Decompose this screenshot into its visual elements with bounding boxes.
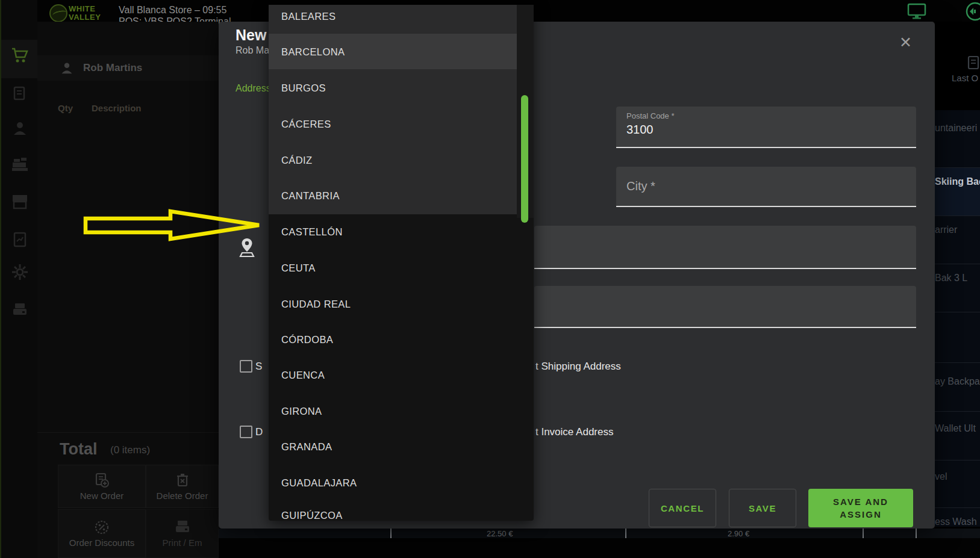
delete-order-label: Delete Order	[157, 491, 208, 501]
postal-code-label: Postal Code *	[626, 111, 675, 120]
order-discounts-button[interactable]: Order Discounts	[58, 509, 146, 558]
logo-text-line1: WHITE	[69, 5, 95, 13]
product-list-panel: Last O untaineeri Skiing Bac arrier Bak …	[935, 22, 980, 529]
product-row[interactable]: Bak 3 L	[935, 264, 980, 312]
product-row[interactable]: untaineeri	[935, 110, 980, 167]
menu-item-barcelona[interactable]: BARCELONA	[281, 45, 345, 59]
menu-item-cordoba[interactable]: CÓRDOBA	[281, 332, 333, 347]
address-field[interactable]	[534, 226, 916, 269]
menu-item-cadiz[interactable]: CÁDIZ	[281, 153, 313, 167]
menu-item-baleares[interactable]: BALEARES	[281, 9, 336, 23]
description-header: Description	[92, 103, 142, 113]
display-icon[interactable]	[907, 3, 926, 20]
address-section-label: Address	[236, 83, 271, 94]
city-label: City *	[626, 179, 655, 193]
customers-icon[interactable]	[1, 115, 39, 141]
menu-item-guadalajara[interactable]: GUADALAJARA	[281, 476, 357, 490]
product-row[interactable]: vel	[935, 460, 980, 507]
invoice-label-left-fragment: D	[255, 426, 269, 438]
cash-register-icon[interactable]	[1, 151, 39, 178]
settings-gear-icon[interactable]	[1, 259, 39, 285]
city-field[interactable]: City *	[616, 167, 916, 207]
delete-order-icon	[175, 473, 190, 488]
order-panel: Rob Martins Qty Description Total (0 ite…	[37, 22, 219, 558]
product-row[interactable]: ess Wash	[935, 507, 980, 527]
postal-code-field[interactable]: Postal Code * 3100	[616, 107, 916, 148]
print-email-icon	[174, 519, 191, 535]
menu-item-girona[interactable]: GIRONA	[281, 404, 322, 418]
last-order-icon	[967, 55, 980, 72]
dropdown-scrollbar-thumb[interactable]	[521, 95, 528, 223]
print-email-label: Print / Em	[163, 538, 202, 548]
default-shipping-checkbox[interactable]	[240, 360, 252, 373]
customer-avatar-icon	[60, 61, 73, 75]
order-discounts-icon	[94, 519, 110, 535]
menu-item-cuenca[interactable]: CUENCA	[281, 368, 325, 382]
customer-name: Rob Martins	[83, 62, 142, 74]
store-title: Vall Blanca Store – 09:55	[119, 4, 226, 16]
annotation-arrow	[78, 205, 271, 247]
shipping-label-fragment: t Shipping Address	[535, 361, 621, 373]
store-icon[interactable]	[1, 188, 39, 215]
product-row-selected[interactable]: Skiing Bac	[935, 167, 980, 215]
menu-item-granada[interactable]: GRANADA	[281, 439, 332, 454]
total-items-count: (0 items)	[110, 444, 150, 456]
orders-receipt-icon[interactable]	[1, 81, 39, 107]
price-value: 2.90 €	[728, 529, 749, 538]
new-order-button[interactable]: New Order	[58, 465, 146, 508]
white-valley-logo-icon	[49, 4, 67, 22]
default-invoice-checkbox[interactable]	[240, 426, 252, 438]
product-row[interactable]: ay Backpa	[935, 362, 980, 411]
postal-code-value: 3100	[626, 123, 654, 137]
logo-text-line2: VALLEY	[69, 13, 101, 21]
price-value: 22.50 €	[487, 529, 513, 538]
sidebar	[0, 0, 37, 558]
menu-item-cantabria[interactable]: CANTABRIA	[281, 188, 340, 203]
menu-item-guipuzcoa[interactable]: GUIPÚZCOA	[281, 508, 343, 521]
save-and-assign-button[interactable]: SAVE ANDASSIGN	[808, 489, 913, 527]
product-row[interactable]	[935, 312, 980, 362]
customer-row[interactable]: Rob Martins	[37, 55, 219, 81]
address-complement-field[interactable]	[534, 286, 916, 328]
save-button[interactable]: SAVE	[729, 489, 796, 527]
order-discounts-label: Order Discounts	[69, 538, 134, 548]
print-email-button[interactable]: Print / Em	[146, 509, 219, 558]
print-station-icon[interactable]	[1, 297, 39, 323]
menu-item-ceuta[interactable]: CEUTA	[281, 261, 316, 275]
new-order-icon	[94, 473, 110, 488]
delete-order-button[interactable]: Delete Order	[146, 465, 219, 508]
new-order-label: New Order	[80, 491, 124, 501]
menu-item-burgos[interactable]: BURGOS	[281, 81, 326, 95]
shipping-label-left-fragment: S	[255, 361, 269, 373]
product-rows: untaineeri Skiing Bac arrier Bak 3 L ay …	[935, 110, 980, 527]
product-price-strip: 22.50 € 2.90 €	[219, 529, 980, 538]
province-dropdown-menu: BALEARES BARCELONA BURGOS CÁCERES CÁDIZ …	[269, 5, 534, 521]
pos-screen: WHITE VALLEY Vall Blanca Store – 09:55 P…	[0, 0, 980, 558]
reports-icon[interactable]	[1, 226, 39, 253]
product-row[interactable]: Wallet Ult	[935, 411, 980, 460]
product-row[interactable]: arrier	[935, 215, 980, 264]
last-order-label: Last O	[952, 73, 978, 83]
total-label: Total	[60, 440, 98, 459]
menu-item-castellon[interactable]: CASTELLÓN	[281, 225, 343, 239]
menu-item-caceres[interactable]: CÁCERES	[281, 117, 331, 131]
qty-header: Qty	[58, 103, 73, 113]
invoice-label-fragment: t Invoice Address	[535, 426, 613, 438]
audio-icon[interactable]	[965, 1, 980, 22]
close-icon[interactable]: ✕	[899, 35, 912, 50]
menu-item-ciudad-real[interactable]: CIUDAD REAL	[281, 297, 351, 311]
cancel-button[interactable]: CANCEL	[649, 489, 716, 527]
cart-icon[interactable]	[1, 42, 39, 69]
